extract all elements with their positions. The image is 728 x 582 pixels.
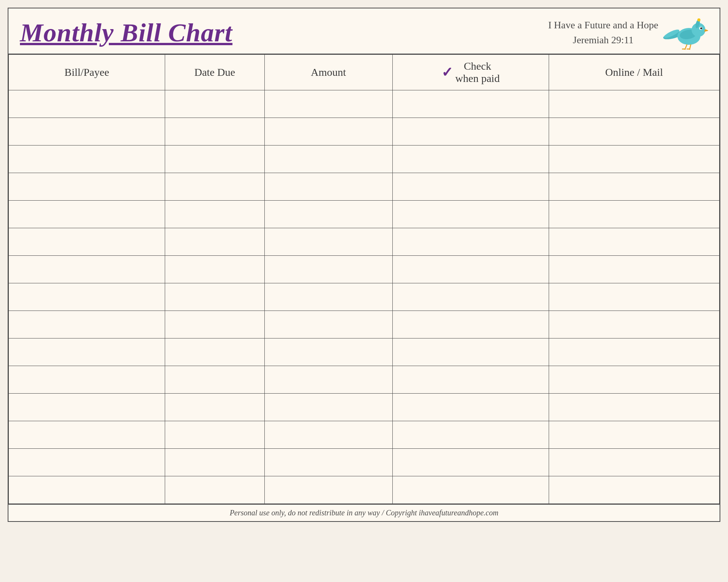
cell-row14-col0[interactable]: [9, 476, 165, 504]
table-row: [9, 228, 720, 256]
table-row: [9, 366, 720, 394]
cell-row3-col0[interactable]: [9, 173, 165, 201]
bill-table: Bill/Payee Date Due Amount ✓ Checkwhen p…: [8, 54, 720, 504]
cell-row11-col0[interactable]: [9, 394, 165, 421]
cell-row2-col0[interactable]: [9, 146, 165, 173]
check-header-content: ✓ Checkwhen paid: [397, 60, 545, 85]
cell-row0-col2[interactable]: [264, 90, 392, 118]
cell-row4-col2[interactable]: [264, 201, 392, 228]
cell-row9-col4[interactable]: [549, 338, 719, 366]
cell-row7-col1[interactable]: [165, 283, 265, 311]
col-header-bill-payee: Bill/Payee: [9, 55, 165, 90]
cell-row8-col0[interactable]: [9, 311, 165, 338]
cell-row14-col2[interactable]: [264, 476, 392, 504]
cell-row1-col0[interactable]: [9, 118, 165, 146]
cell-row0-col1[interactable]: [165, 90, 265, 118]
cell-row1-col1[interactable]: [165, 118, 265, 146]
cell-row12-col2[interactable]: [264, 421, 392, 449]
cell-row6-col0[interactable]: [9, 256, 165, 283]
svg-line-11: [685, 44, 687, 49]
cell-row8-col1[interactable]: [165, 311, 265, 338]
cell-row9-col0[interactable]: [9, 338, 165, 366]
svg-point-6: [700, 28, 702, 29]
cell-row10-col4[interactable]: [549, 366, 719, 394]
table-row: [9, 338, 720, 366]
cell-row13-col3[interactable]: [392, 449, 549, 476]
cell-row7-col2[interactable]: [264, 283, 392, 311]
header: Monthly Bill Chart I Have a Future and a…: [8, 8, 720, 54]
cell-row8-col4[interactable]: [549, 311, 719, 338]
cell-row6-col3[interactable]: [392, 256, 549, 283]
cell-row8-col2[interactable]: [264, 311, 392, 338]
cell-row11-col2[interactable]: [264, 394, 392, 421]
subtitle-line2: Jeremiah 29:11: [573, 33, 634, 47]
table-row: [9, 394, 720, 421]
checkmark-icon: ✓: [441, 65, 453, 79]
cell-row13-col2[interactable]: [264, 449, 392, 476]
cell-row11-col1[interactable]: [165, 394, 265, 421]
cell-row5-col4[interactable]: [549, 228, 719, 256]
cell-row11-col4[interactable]: [549, 394, 719, 421]
cell-row1-col4[interactable]: [549, 118, 719, 146]
cell-row2-col3[interactable]: [392, 146, 549, 173]
cell-row9-col3[interactable]: [392, 338, 549, 366]
cell-row13-col4[interactable]: [549, 449, 719, 476]
table-row: [9, 118, 720, 146]
cell-row13-col1[interactable]: [165, 449, 265, 476]
cell-row2-col4[interactable]: [549, 146, 719, 173]
col-header-amount: Amount: [264, 55, 392, 90]
cell-row11-col3[interactable]: [392, 394, 549, 421]
cell-row3-col3[interactable]: [392, 173, 549, 201]
cell-row3-col2[interactable]: [264, 173, 392, 201]
cell-row10-col2[interactable]: [264, 366, 392, 394]
cell-row4-col0[interactable]: [9, 201, 165, 228]
table-row: [9, 146, 720, 173]
cell-row9-col2[interactable]: [264, 338, 392, 366]
cell-row7-col3[interactable]: [392, 283, 549, 311]
cell-row4-col1[interactable]: [165, 201, 265, 228]
cell-row3-col4[interactable]: [549, 173, 719, 201]
cell-row12-col1[interactable]: [165, 421, 265, 449]
cell-row13-col0[interactable]: [9, 449, 165, 476]
cell-row3-col1[interactable]: [165, 173, 265, 201]
subtitle-area: I Have a Future and a Hope Jeremiah 29:1…: [548, 18, 658, 47]
table-row: [9, 421, 720, 449]
cell-row14-col1[interactable]: [165, 476, 265, 504]
cell-row12-col3[interactable]: [392, 421, 549, 449]
svg-line-14: [690, 44, 691, 49]
cell-row5-col3[interactable]: [392, 228, 549, 256]
cell-row6-col4[interactable]: [549, 256, 719, 283]
cell-row5-col1[interactable]: [165, 228, 265, 256]
cell-row6-col1[interactable]: [165, 256, 265, 283]
cell-row12-col0[interactable]: [9, 421, 165, 449]
cell-row4-col4[interactable]: [549, 201, 719, 228]
cell-row10-col3[interactable]: [392, 366, 549, 394]
main-title: Monthly Bill Chart: [20, 18, 233, 47]
cell-row12-col4[interactable]: [549, 421, 719, 449]
cell-row5-col2[interactable]: [264, 228, 392, 256]
cell-row5-col0[interactable]: [9, 228, 165, 256]
cell-row10-col1[interactable]: [165, 366, 265, 394]
table-row: [9, 449, 720, 476]
cell-row1-col3[interactable]: [392, 118, 549, 146]
table-row: [9, 256, 720, 283]
cell-row7-col4[interactable]: [549, 283, 719, 311]
cell-row0-col3[interactable]: [392, 90, 549, 118]
cell-row10-col0[interactable]: [9, 366, 165, 394]
cell-row0-col4[interactable]: [549, 90, 719, 118]
cell-row8-col3[interactable]: [392, 311, 549, 338]
cell-row2-col2[interactable]: [264, 146, 392, 173]
cell-row1-col2[interactable]: [264, 118, 392, 146]
table-row: [9, 476, 720, 504]
cell-row9-col1[interactable]: [165, 338, 265, 366]
table-row: [9, 201, 720, 228]
cell-row0-col0[interactable]: [9, 90, 165, 118]
cell-row2-col1[interactable]: [165, 146, 265, 173]
cell-row14-col3[interactable]: [392, 476, 549, 504]
cell-row7-col0[interactable]: [9, 283, 165, 311]
cell-row4-col3[interactable]: [392, 201, 549, 228]
cell-row14-col4[interactable]: [549, 476, 719, 504]
footer-text: Personal use only, do not redistribute i…: [230, 508, 498, 517]
table-header-row: Bill/Payee Date Due Amount ✓ Checkwhen p…: [9, 55, 720, 90]
cell-row6-col2[interactable]: [264, 256, 392, 283]
